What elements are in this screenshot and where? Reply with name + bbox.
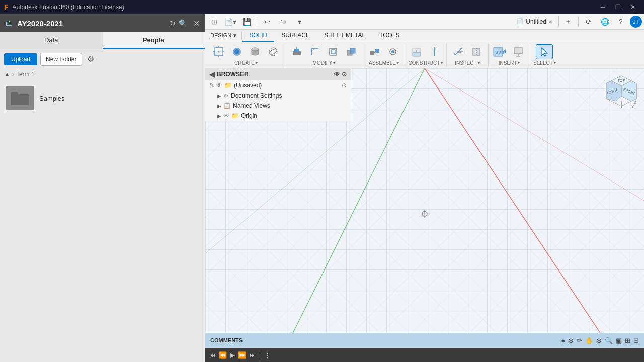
browser-item-unsaved[interactable]: ✎ 👁 📁 (Unsaved) ⊙ <box>205 80 351 90</box>
title-bar: F Autodesk Fusion 360 (Education License… <box>0 0 644 14</box>
unsaved-radio-icon[interactable]: ⊙ <box>342 82 347 89</box>
grid-view-button[interactable]: ⊞ <box>207 15 221 28</box>
user-button[interactable]: JT <box>630 16 642 28</box>
extensions-button[interactable]: ⟳ <box>582 15 596 28</box>
modify-combine-button[interactable] <box>343 44 360 59</box>
insert-canvas-button[interactable] <box>510 44 527 59</box>
undo-button[interactable]: ↩ <box>260 15 274 28</box>
assemble-label: ASSEMBLE ▾ <box>369 60 399 66</box>
display-icon[interactable]: ⊟ <box>633 337 639 344</box>
unsaved-edit-icon: ✎ <box>209 82 214 89</box>
expand-icon[interactable]: ▶ <box>217 103 221 109</box>
breadcrumb-home-icon[interactable]: ▲ <box>4 71 10 78</box>
timeline-step-back-button[interactable]: ⏪ <box>219 351 227 359</box>
file-list: Samples <box>0 80 205 362</box>
refresh-icon[interactable]: ↻ <box>170 19 176 27</box>
create-label: CREATE ▾ <box>234 60 258 66</box>
browser-panel: ◀ BROWSER 👁 ⊙ ✎ 👁 📁 (Unsaved) ⊙ ▶ ⚙ <box>205 68 351 121</box>
minimize-button[interactable]: ─ <box>596 2 610 12</box>
browser-item-named-views[interactable]: ▶ 📋 Named Views <box>205 101 351 111</box>
tab-data[interactable]: Data <box>0 32 103 49</box>
browser-collapse-icon[interactable]: ◀ <box>209 70 215 78</box>
breadcrumb-term[interactable]: Term 1 <box>16 71 35 78</box>
select-chevron-icon: ▾ <box>554 61 556 65</box>
assemble-joint-button[interactable] <box>366 44 383 59</box>
timeline-step-forward-button[interactable]: ⏩ <box>238 351 246 359</box>
pan-icon[interactable]: ✋ <box>585 337 593 344</box>
inspect-measure-button[interactable]: mm <box>450 44 467 59</box>
timeline-skip-start-button[interactable]: ⏮ <box>209 351 216 359</box>
browser-item-doc-settings[interactable]: ▶ ⚙ Document Settings <box>205 90 351 101</box>
create-sketch-button[interactable] <box>210 44 227 59</box>
modify-press-pull-button[interactable] <box>288 44 305 59</box>
sketch-icon[interactable]: ✏ <box>577 337 582 344</box>
viewcube[interactable]: TOP FRONT RIGHT Z Y <box>604 73 639 109</box>
timeline-play-button[interactable]: ▶ <box>230 351 235 359</box>
record-icon[interactable]: ● <box>561 337 565 344</box>
upload-button[interactable]: Upload <box>4 53 37 65</box>
construct-axis-button[interactable] <box>426 44 443 59</box>
save-button[interactable]: 💾 <box>239 15 254 28</box>
close-doc-icon[interactable]: ✕ <box>548 19 552 25</box>
new-folder-button[interactable]: New Folder <box>40 53 82 66</box>
design-dropdown-button[interactable]: DESIGN ▾ <box>205 30 242 42</box>
search-icon[interactable]: 🔍 <box>179 19 187 27</box>
construct-offset-plane-button[interactable] <box>408 44 425 59</box>
help-button[interactable]: ? <box>614 15 628 28</box>
history-button[interactable]: ▾ <box>292 15 306 28</box>
app-title: Autodesk Fusion 360 (Education License) <box>13 4 592 11</box>
expand-icon[interactable]: ▶ <box>217 93 221 99</box>
online-button[interactable]: 🌐 <box>598 15 612 28</box>
svg-rect-0 <box>11 94 29 105</box>
timeline-skip-end-button[interactable]: ⏭ <box>249 351 256 359</box>
tab-solid[interactable]: SOLID <box>242 30 274 42</box>
doc-tab[interactable]: 📄 Untitled ✕ <box>510 16 559 27</box>
browser-menu-icon[interactable]: ⊙ <box>342 71 347 78</box>
file-menu-button[interactable]: 📄▾ <box>223 15 237 28</box>
add-comment-icon[interactable]: ⊕ <box>568 337 574 344</box>
redo-button[interactable]: ↪ <box>276 15 290 28</box>
zoom-icon[interactable]: 🔍 <box>605 337 613 344</box>
tool-group-modify: MODIFY ▾ <box>285 43 363 67</box>
create-chevron-icon: ▾ <box>256 61 258 65</box>
named-views-label: Named Views <box>233 102 270 109</box>
origin-vis-icon[interactable]: 👁 <box>223 112 229 119</box>
tab-tools[interactable]: TOOLS <box>372 30 407 42</box>
create-sphere-button[interactable] <box>265 44 282 59</box>
restore-button[interactable]: ❐ <box>611 2 625 12</box>
unsaved-eye-icon[interactable]: 👁 <box>216 82 222 89</box>
file-thumbnail <box>6 86 34 110</box>
svg-rect-14 <box>294 49 299 52</box>
assemble-motion-button[interactable] <box>384 44 401 59</box>
browser-item-origin[interactable]: ▶ 👁 📁 Origin <box>205 111 351 121</box>
select-button[interactable] <box>536 44 553 59</box>
create-cylinder-button[interactable] <box>247 44 264 59</box>
create-box-button[interactable] <box>228 44 246 59</box>
insert-svg-button[interactable]: SVG <box>492 44 509 59</box>
tab-sheet-metal[interactable]: SHEET METAL <box>317 30 372 42</box>
inspect-section-button[interactable] <box>468 44 485 59</box>
expand-icon[interactable]: ▶ <box>217 113 221 119</box>
tab-surface[interactable]: SURFACE <box>274 30 317 42</box>
left-header: 🗀 AY2020-2021 ↻ 🔍 ✕ <box>0 14 205 32</box>
add-tab-button[interactable]: ＋ <box>561 15 575 28</box>
timeline-filter-icon[interactable]: ⋮ <box>264 351 271 359</box>
tool-groups: CREATE ▾ <box>205 42 644 68</box>
list-item[interactable]: Samples <box>4 84 201 112</box>
fit-view-icon[interactable]: ▣ <box>616 337 622 344</box>
select-label: SELECT ▾ <box>533 60 556 66</box>
modify-shell-button[interactable] <box>325 44 342 59</box>
tool-group-create: CREATE ▾ <box>207 43 285 67</box>
close-panel-icon[interactable]: ✕ <box>193 19 200 28</box>
browser-visibility-icon[interactable]: 👁 <box>334 71 340 78</box>
viewport[interactable]: ◀ BROWSER 👁 ⊙ ✎ 👁 📁 (Unsaved) ⊙ ▶ ⚙ <box>205 68 644 333</box>
unsaved-label: (Unsaved) <box>234 82 262 89</box>
tab-people[interactable]: People <box>103 32 205 49</box>
settings-button[interactable]: ⚙ <box>85 52 96 66</box>
close-button[interactable]: ✕ <box>626 2 640 12</box>
inspect-chevron-icon: ▾ <box>478 61 480 65</box>
view-grid-icon[interactable]: ⊞ <box>625 337 630 344</box>
svg-marker-31 <box>434 47 436 49</box>
modify-fillet-button[interactable] <box>306 44 324 59</box>
snap-icon[interactable]: ⊕ <box>596 337 602 344</box>
